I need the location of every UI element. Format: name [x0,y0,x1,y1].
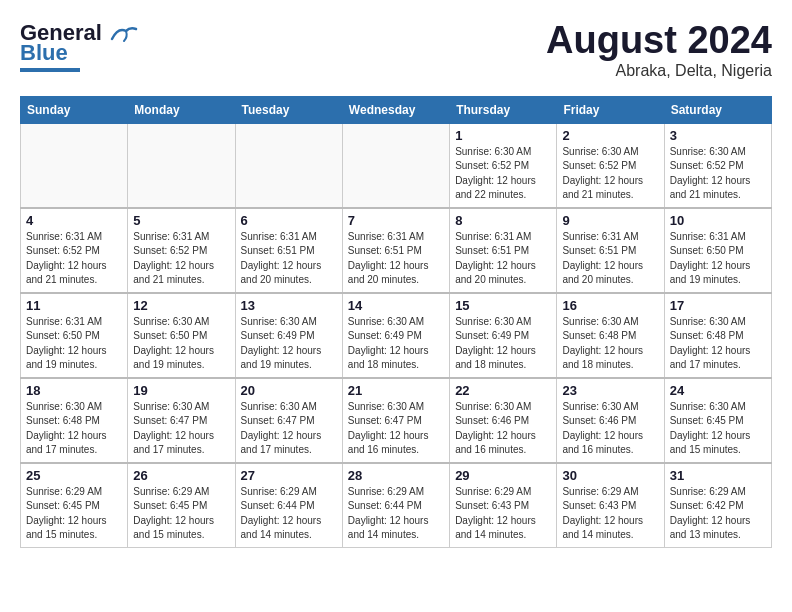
calendar-cell: 5Sunrise: 6:31 AM Sunset: 6:52 PM Daylig… [128,208,235,293]
calendar-cell: 23Sunrise: 6:30 AM Sunset: 6:46 PM Dayli… [557,378,664,463]
week-row-5: 25Sunrise: 6:29 AM Sunset: 6:45 PM Dayli… [21,463,772,548]
day-info: Sunrise: 6:30 AM Sunset: 6:46 PM Dayligh… [562,400,658,458]
calendar-cell: 15Sunrise: 6:30 AM Sunset: 6:49 PM Dayli… [450,293,557,378]
day-number: 23 [562,383,658,398]
calendar-cell: 10Sunrise: 6:31 AM Sunset: 6:50 PM Dayli… [664,208,771,293]
calendar-cell: 1Sunrise: 6:30 AM Sunset: 6:52 PM Daylig… [450,123,557,208]
calendar-cell: 4Sunrise: 6:31 AM Sunset: 6:52 PM Daylig… [21,208,128,293]
day-info: Sunrise: 6:30 AM Sunset: 6:52 PM Dayligh… [670,145,766,203]
day-info: Sunrise: 6:31 AM Sunset: 6:50 PM Dayligh… [670,230,766,288]
calendar-cell: 17Sunrise: 6:30 AM Sunset: 6:48 PM Dayli… [664,293,771,378]
day-info: Sunrise: 6:30 AM Sunset: 6:48 PM Dayligh… [26,400,122,458]
col-header-saturday: Saturday [664,96,771,123]
day-info: Sunrise: 6:29 AM Sunset: 6:43 PM Dayligh… [562,485,658,543]
week-row-2: 4Sunrise: 6:31 AM Sunset: 6:52 PM Daylig… [21,208,772,293]
calendar-cell: 2Sunrise: 6:30 AM Sunset: 6:52 PM Daylig… [557,123,664,208]
day-info: Sunrise: 6:31 AM Sunset: 6:51 PM Dayligh… [348,230,444,288]
day-number: 5 [133,213,229,228]
calendar-header-row: SundayMondayTuesdayWednesdayThursdayFrid… [21,96,772,123]
day-number: 28 [348,468,444,483]
calendar-cell: 24Sunrise: 6:30 AM Sunset: 6:45 PM Dayli… [664,378,771,463]
day-number: 20 [241,383,337,398]
day-number: 25 [26,468,122,483]
day-info: Sunrise: 6:31 AM Sunset: 6:51 PM Dayligh… [455,230,551,288]
week-row-4: 18Sunrise: 6:30 AM Sunset: 6:48 PM Dayli… [21,378,772,463]
day-number: 21 [348,383,444,398]
day-number: 29 [455,468,551,483]
day-info: Sunrise: 6:29 AM Sunset: 6:45 PM Dayligh… [26,485,122,543]
day-number: 19 [133,383,229,398]
day-info: Sunrise: 6:29 AM Sunset: 6:44 PM Dayligh… [348,485,444,543]
day-info: Sunrise: 6:30 AM Sunset: 6:46 PM Dayligh… [455,400,551,458]
calendar-cell: 29Sunrise: 6:29 AM Sunset: 6:43 PM Dayli… [450,463,557,548]
calendar-cell [128,123,235,208]
day-number: 2 [562,128,658,143]
day-number: 27 [241,468,337,483]
day-number: 16 [562,298,658,313]
day-info: Sunrise: 6:30 AM Sunset: 6:47 PM Dayligh… [133,400,229,458]
day-number: 6 [241,213,337,228]
calendar-cell: 20Sunrise: 6:30 AM Sunset: 6:47 PM Dayli… [235,378,342,463]
calendar-cell [21,123,128,208]
day-info: Sunrise: 6:30 AM Sunset: 6:47 PM Dayligh… [348,400,444,458]
day-info: Sunrise: 6:31 AM Sunset: 6:50 PM Dayligh… [26,315,122,373]
calendar-cell: 7Sunrise: 6:31 AM Sunset: 6:51 PM Daylig… [342,208,449,293]
week-row-3: 11Sunrise: 6:31 AM Sunset: 6:50 PM Dayli… [21,293,772,378]
calendar-table: SundayMondayTuesdayWednesdayThursdayFrid… [20,96,772,548]
main-title: August 2024 [546,20,772,62]
calendar-cell: 26Sunrise: 6:29 AM Sunset: 6:45 PM Dayli… [128,463,235,548]
calendar-cell: 16Sunrise: 6:30 AM Sunset: 6:48 PM Dayli… [557,293,664,378]
day-number: 1 [455,128,551,143]
calendar-cell: 12Sunrise: 6:30 AM Sunset: 6:50 PM Dayli… [128,293,235,378]
col-header-friday: Friday [557,96,664,123]
day-info: Sunrise: 6:30 AM Sunset: 6:52 PM Dayligh… [562,145,658,203]
calendar-cell [235,123,342,208]
day-number: 13 [241,298,337,313]
day-info: Sunrise: 6:30 AM Sunset: 6:45 PM Dayligh… [670,400,766,458]
calendar-cell: 11Sunrise: 6:31 AM Sunset: 6:50 PM Dayli… [21,293,128,378]
day-number: 26 [133,468,229,483]
day-info: Sunrise: 6:30 AM Sunset: 6:49 PM Dayligh… [348,315,444,373]
day-info: Sunrise: 6:29 AM Sunset: 6:45 PM Dayligh… [133,485,229,543]
day-number: 24 [670,383,766,398]
week-row-1: 1Sunrise: 6:30 AM Sunset: 6:52 PM Daylig… [21,123,772,208]
day-number: 9 [562,213,658,228]
calendar-cell: 13Sunrise: 6:30 AM Sunset: 6:49 PM Dayli… [235,293,342,378]
calendar-cell: 14Sunrise: 6:30 AM Sunset: 6:49 PM Dayli… [342,293,449,378]
day-number: 18 [26,383,122,398]
logo-blue-text: Blue [20,40,68,66]
title-section: August 2024 Abraka, Delta, Nigeria [546,20,772,80]
day-number: 11 [26,298,122,313]
day-info: Sunrise: 6:30 AM Sunset: 6:49 PM Dayligh… [455,315,551,373]
calendar-cell: 27Sunrise: 6:29 AM Sunset: 6:44 PM Dayli… [235,463,342,548]
logo-underline [20,68,80,72]
day-info: Sunrise: 6:31 AM Sunset: 6:51 PM Dayligh… [562,230,658,288]
calendar-cell [342,123,449,208]
col-header-thursday: Thursday [450,96,557,123]
day-number: 4 [26,213,122,228]
day-number: 22 [455,383,551,398]
calendar-cell: 28Sunrise: 6:29 AM Sunset: 6:44 PM Dayli… [342,463,449,548]
calendar-cell: 30Sunrise: 6:29 AM Sunset: 6:43 PM Dayli… [557,463,664,548]
col-header-wednesday: Wednesday [342,96,449,123]
day-number: 7 [348,213,444,228]
col-header-monday: Monday [128,96,235,123]
day-info: Sunrise: 6:31 AM Sunset: 6:52 PM Dayligh… [133,230,229,288]
calendar-cell: 3Sunrise: 6:30 AM Sunset: 6:52 PM Daylig… [664,123,771,208]
day-number: 3 [670,128,766,143]
day-number: 17 [670,298,766,313]
bird-icon [110,25,138,43]
day-number: 30 [562,468,658,483]
calendar-cell: 31Sunrise: 6:29 AM Sunset: 6:42 PM Dayli… [664,463,771,548]
day-number: 10 [670,213,766,228]
calendar-cell: 18Sunrise: 6:30 AM Sunset: 6:48 PM Dayli… [21,378,128,463]
calendar-cell: 21Sunrise: 6:30 AM Sunset: 6:47 PM Dayli… [342,378,449,463]
day-info: Sunrise: 6:30 AM Sunset: 6:48 PM Dayligh… [562,315,658,373]
logo: General Blue [20,20,138,72]
day-number: 8 [455,213,551,228]
day-info: Sunrise: 6:29 AM Sunset: 6:43 PM Dayligh… [455,485,551,543]
day-info: Sunrise: 6:30 AM Sunset: 6:49 PM Dayligh… [241,315,337,373]
calendar-cell: 19Sunrise: 6:30 AM Sunset: 6:47 PM Dayli… [128,378,235,463]
day-number: 31 [670,468,766,483]
page-header: General Blue August 2024 Abraka, Delta, … [20,20,772,80]
